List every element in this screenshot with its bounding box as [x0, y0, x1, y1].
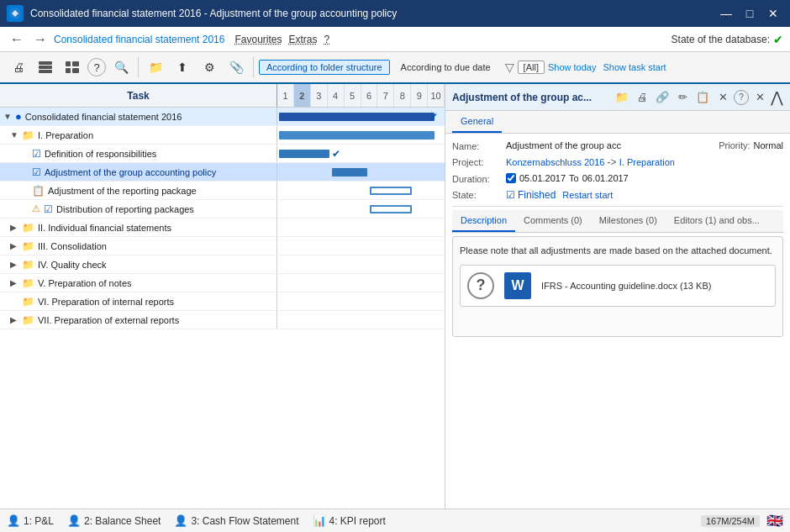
- open-folder-button[interactable]: 📁: [144, 55, 167, 79]
- date-to-label: To: [569, 173, 579, 183]
- restart-link[interactable]: Restart start: [562, 190, 613, 200]
- table-row[interactable]: ▶ 📁 VII. Preparation of external reports: [0, 311, 445, 329]
- task-cell-adjpkg[interactable]: 📋 Adjustment of the reporting package: [0, 182, 277, 199]
- task-cell-notes[interactable]: ▶ 📁 V. Preparation of notes: [0, 274, 277, 292]
- back-button[interactable]: ←: [7, 30, 27, 49]
- toolbar: 🖨 ? 🔍 📁 ⬆ ⚙ 📎 According to folder struct…: [0, 52, 790, 84]
- tab-description[interactable]: Description: [452, 210, 515, 232]
- db-state: State of the database: ✔: [672, 33, 783, 46]
- forward-button[interactable]: →: [30, 30, 50, 49]
- task-cell-prep[interactable]: ▼ 📁 I. Preparation: [0, 126, 277, 144]
- project-arrow: ->: [607, 156, 619, 168]
- table-row[interactable]: ▶ 📁 II. Individual financial statements: [0, 219, 445, 237]
- help-button[interactable]: ?: [87, 58, 106, 76]
- detail-close-button[interactable]: ✕: [750, 88, 769, 107]
- close-button[interactable]: ✕: [763, 5, 783, 22]
- tab-editors[interactable]: Editors (1) and obs...: [666, 210, 768, 232]
- detail-link-button[interactable]: 🔗: [653, 88, 672, 107]
- breadcrumb-link[interactable]: Consolidated financial statement 2016: [54, 34, 224, 45]
- view-due-date-button[interactable]: According to due date: [393, 60, 498, 75]
- table-row[interactable]: 📁 VI. Preparation of internal reports: [0, 292, 445, 311]
- minimize-button[interactable]: —: [716, 5, 736, 22]
- task-cell-internal[interactable]: 📁 VI. Preparation of internal reports: [0, 292, 277, 310]
- table-row[interactable]: ▶ 📁 III. Consolidation: [0, 237, 445, 255]
- menu-extras[interactable]: Extras: [289, 34, 318, 45]
- detail-delete-button[interactable]: ✕: [714, 88, 732, 107]
- project-sub-link[interactable]: I. Preparation: [619, 157, 675, 167]
- tab-comments[interactable]: Comments (0): [515, 210, 591, 232]
- dist-check-icon: ☑: [44, 203, 53, 215]
- menu-favourites[interactable]: Favourites: [234, 34, 282, 45]
- task-cell-adj[interactable]: ☑ Adjustment of the group accounting pol…: [0, 163, 277, 181]
- expand-notes[interactable]: ▶: [10, 278, 18, 287]
- table-row[interactable]: ▶ 📁 IV. Quality check: [0, 255, 445, 274]
- search-button[interactable]: 🔍: [109, 55, 133, 79]
- show-today-link[interactable]: Show today: [548, 62, 596, 72]
- task-cell-quality[interactable]: ▶ 📁 IV. Quality check: [0, 255, 277, 273]
- clip-button[interactable]: 📎: [224, 55, 248, 79]
- table-row[interactable]: ☑ Adjustment of the group accounting pol…: [0, 163, 445, 182]
- svg-rect-4: [66, 61, 71, 66]
- name-priority-row: Name: Adjustment of the group acc Priori…: [452, 140, 783, 151]
- language-flag-gb[interactable]: 🇬🇧: [766, 513, 783, 529]
- priority-value: Normal: [754, 140, 783, 150]
- table-row[interactable]: ▶ 📁 V. Preparation of notes: [0, 274, 445, 292]
- task-cell-external[interactable]: ▶ 📁 VII. Preparation of external reports: [0, 311, 277, 329]
- project-link[interactable]: Konzernabschluss 2016: [506, 157, 604, 167]
- root-check: ✔: [429, 111, 438, 123]
- state-row: State: ☑ Finished Restart start: [452, 189, 783, 201]
- view2-button[interactable]: [61, 55, 84, 79]
- table-row[interactable]: ☑ Definition of responsibilities ✔: [0, 145, 445, 163]
- col-5: 5: [345, 84, 361, 107]
- print-button[interactable]: 🖨: [7, 55, 30, 79]
- tab-general[interactable]: General: [452, 111, 502, 133]
- task-cell-dist[interactable]: ⚠ ☑ Distribution of reporting packages: [0, 200, 277, 218]
- expand-consol[interactable]: ▶: [10, 241, 18, 250]
- detail-header-icons: 📁 🖨 🔗 ✏ 📋 ✕ ? ✕ ⋀: [613, 88, 783, 107]
- status-item-bs[interactable]: 👤 2: Balance Sheet: [67, 514, 161, 527]
- status-item-kpi[interactable]: 📊 4: KPI report: [313, 514, 386, 527]
- task-cell-root[interactable]: ▼ ● Consolidated financial statement 201…: [0, 108, 277, 125]
- table-row[interactable]: ⚠ ☑ Distribution of reporting packages: [0, 200, 445, 219]
- svg-rect-1: [39, 61, 52, 65]
- task-cell-consol[interactable]: ▶ 📁 III. Consolidation: [0, 237, 277, 255]
- expand-indiv[interactable]: ▶: [10, 223, 18, 232]
- cf-label: 3: Cash Flow Statement: [191, 515, 298, 527]
- memory-info: 167M/254M: [701, 515, 760, 527]
- detail-folder-button[interactable]: 📁: [613, 88, 631, 107]
- adjpkg-bar: [370, 187, 412, 195]
- show-task-start-link[interactable]: Show task start: [603, 62, 666, 72]
- detail-copy-button[interactable]: 📋: [693, 88, 712, 107]
- date-to-value: 06.01.2017: [582, 173, 629, 183]
- state-text: Finished: [518, 189, 556, 201]
- task-cell-indiv[interactable]: ▶ 📁 II. Individual financial statements: [0, 219, 277, 236]
- view-folder-structure-button[interactable]: According to folder structure: [259, 60, 390, 75]
- indiv-bar-cell: [277, 219, 445, 236]
- expand-collapse-icon[interactable]: ⋀: [771, 88, 783, 107]
- detail-print-button[interactable]: 🖨: [633, 88, 651, 107]
- expand-quality[interactable]: ▶: [10, 260, 18, 269]
- prep-bar: [279, 131, 434, 140]
- tab-milestones[interactable]: Milestones (0): [591, 210, 666, 232]
- prep-label: I. Preparation: [38, 130, 93, 140]
- status-item-pl[interactable]: 👤 1: P&L: [7, 514, 54, 527]
- filter-tag[interactable]: [All]: [518, 61, 545, 74]
- view1-button[interactable]: [34, 55, 57, 79]
- settings-button[interactable]: ⚙: [198, 55, 221, 79]
- status-item-cf[interactable]: 👤 3: Cash Flow Statement: [174, 514, 298, 527]
- detail-help-button[interactable]: ?: [734, 90, 749, 105]
- table-row[interactable]: ▼ 📁 I. Preparation: [0, 126, 445, 145]
- task-cell-def[interactable]: ☑ Definition of responsibilities: [0, 145, 277, 162]
- table-row[interactable]: 📋 Adjustment of the reporting package: [0, 182, 445, 200]
- expand-external[interactable]: ▶: [10, 315, 18, 324]
- maximize-button[interactable]: □: [740, 5, 760, 22]
- filter-area: ▽ [All]: [505, 61, 545, 74]
- att-word-icon: W: [504, 272, 531, 299]
- detail-edit-button[interactable]: ✏: [673, 88, 692, 107]
- expand-root[interactable]: ▼: [3, 112, 12, 121]
- upload-button[interactable]: ⬆: [171, 55, 194, 79]
- duration-checkbox[interactable]: [506, 173, 516, 183]
- table-row[interactable]: ▼ ● Consolidated financial statement 201…: [0, 108, 445, 126]
- expand-prep[interactable]: ▼: [10, 130, 18, 140]
- menu-help[interactable]: ?: [324, 34, 330, 45]
